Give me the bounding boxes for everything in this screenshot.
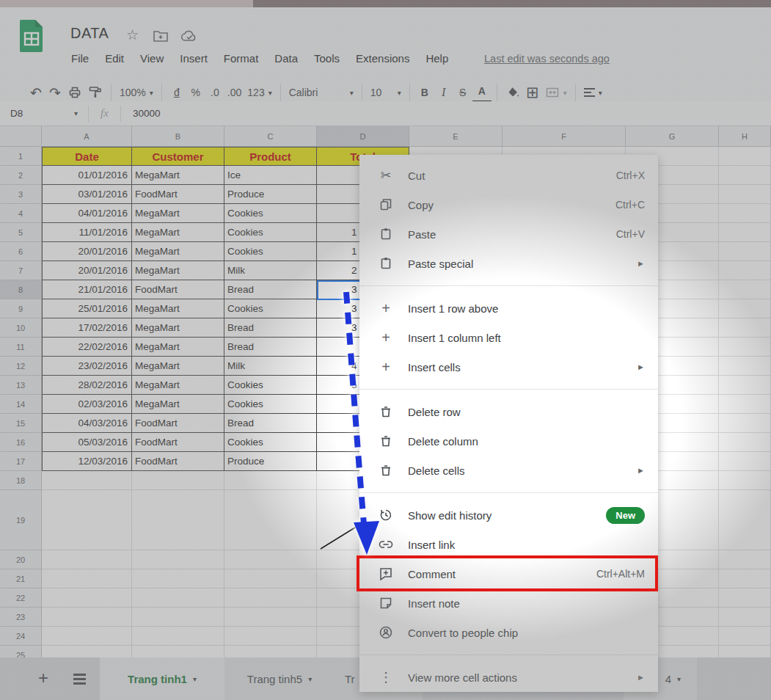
- cell-H19[interactable]: [719, 490, 771, 550]
- menu-item-insert-note[interactable]: Insert note: [359, 588, 658, 618]
- cell-B12[interactable]: MegaMart: [132, 357, 224, 376]
- cell-A23[interactable]: [42, 608, 132, 627]
- menubar-item-data[interactable]: Data: [266, 49, 306, 68]
- row-header-22[interactable]: 22: [0, 588, 42, 608]
- cell-A21[interactable]: [42, 569, 132, 588]
- cell-A14[interactable]: 02/03/2016: [42, 395, 132, 414]
- row-header-21[interactable]: 21: [0, 569, 42, 588]
- cell-C2[interactable]: Ice: [224, 166, 317, 185]
- cell-A16[interactable]: 05/03/2016: [42, 433, 132, 452]
- menubar-item-format[interactable]: Format: [216, 49, 267, 68]
- cell-H12[interactable]: [719, 357, 771, 376]
- row-header-14[interactable]: 14: [0, 395, 42, 414]
- cell-C19[interactable]: [224, 490, 317, 550]
- cell-C18[interactable]: [224, 471, 317, 490]
- font-size-select[interactable]: 10▾: [368, 82, 404, 103]
- menu-item-insert-link[interactable]: Insert link: [359, 530, 658, 559]
- row-header-13[interactable]: 13: [0, 376, 42, 395]
- menubar-item-edit[interactable]: Edit: [97, 49, 132, 68]
- sheet-tab-1[interactable]: Trang tinh1▾: [100, 657, 224, 700]
- cell-A11[interactable]: 22/02/2016: [42, 338, 132, 357]
- cell-B14[interactable]: MegaMart: [132, 395, 224, 414]
- row-header-23[interactable]: 23: [0, 608, 42, 627]
- row-header-7[interactable]: 7: [0, 261, 42, 280]
- row-header-3[interactable]: 3: [0, 185, 42, 204]
- row-header-18[interactable]: 18: [0, 471, 42, 490]
- menubar-item-insert[interactable]: Insert: [172, 49, 216, 68]
- menubar-item-tools[interactable]: Tools: [306, 49, 348, 68]
- name-box[interactable]: D8: [0, 108, 70, 119]
- move-to-folder-icon[interactable]: [153, 29, 169, 46]
- cell-B10[interactable]: MegaMart: [132, 318, 224, 338]
- tab-caret-icon[interactable]: ▾: [193, 675, 197, 683]
- cell-C9[interactable]: Cookies: [224, 299, 317, 318]
- cell-B8[interactable]: FoodMart: [132, 280, 224, 299]
- cell-A24[interactable]: [42, 627, 132, 646]
- cell-C22[interactable]: [224, 588, 317, 608]
- row-header-2[interactable]: 2: [0, 166, 42, 185]
- cell-B20[interactable]: [132, 550, 224, 569]
- cell-H15[interactable]: [719, 414, 771, 433]
- tab-caret-icon[interactable]: ▾: [677, 675, 681, 683]
- cell-C21[interactable]: [224, 569, 317, 588]
- cell-A19[interactable]: [42, 490, 132, 550]
- cell-A4[interactable]: 04/01/2016: [42, 204, 132, 223]
- paint-format-button[interactable]: [85, 82, 106, 103]
- cell-C3[interactable]: Produce: [224, 185, 317, 204]
- cell-A12[interactable]: 23/02/2016: [42, 357, 132, 376]
- cell-C16[interactable]: Cookies: [224, 433, 317, 452]
- cell-C8[interactable]: Bread: [224, 280, 317, 299]
- menu-item-insert-row-above[interactable]: +Insert 1 row above: [359, 294, 658, 323]
- menu-item-cut[interactable]: ✂CutCtrl+X: [359, 161, 658, 190]
- col-header-A[interactable]: A: [42, 126, 132, 147]
- cell-C17[interactable]: Produce: [224, 452, 317, 471]
- star-icon[interactable]: ☆: [126, 26, 139, 43]
- font-select[interactable]: Calibri▾: [286, 82, 357, 103]
- menu-item-delete-cells[interactable]: Delete cells►: [359, 456, 658, 485]
- row-header-17[interactable]: 17: [0, 452, 42, 471]
- cell-A9[interactable]: 25/01/2016: [42, 299, 132, 318]
- fill-color-button[interactable]: [503, 82, 523, 103]
- cell-C10[interactable]: Bread: [224, 318, 317, 338]
- cell-B23[interactable]: [132, 608, 224, 627]
- row-header-12[interactable]: 12: [0, 357, 42, 376]
- cell-H6[interactable]: [719, 242, 771, 261]
- last-edit-link[interactable]: Last edit was seconds ago: [484, 53, 610, 65]
- cell-H22[interactable]: [719, 588, 771, 608]
- cell-H4[interactable]: [719, 204, 771, 223]
- all-sheets-button[interactable]: [73, 674, 86, 687]
- cell-A5[interactable]: 11/01/2016: [42, 223, 132, 242]
- menubar-item-extensions[interactable]: Extensions: [348, 49, 417, 68]
- row-header-9[interactable]: 9: [0, 299, 42, 318]
- cell-A25[interactable]: [42, 646, 132, 657]
- menu-item-convert-people-chip[interactable]: Convert to people chip: [359, 618, 658, 647]
- cell-A22[interactable]: [42, 588, 132, 608]
- menu-item-delete-column[interactable]: Delete column: [359, 426, 658, 456]
- cell-H14[interactable]: [719, 395, 771, 414]
- cell-B21[interactable]: [132, 569, 224, 588]
- cell-B2[interactable]: MegaMart: [132, 166, 224, 185]
- col-header-C[interactable]: C: [224, 126, 317, 147]
- row-header-19[interactable]: 19: [0, 490, 42, 550]
- corner-select-all[interactable]: [0, 126, 42, 147]
- cell-C4[interactable]: Cookies: [224, 204, 317, 223]
- cell-H17[interactable]: [719, 452, 771, 471]
- row-header-1[interactable]: 1: [0, 147, 42, 166]
- currency-format-button[interactable]: đ: [167, 82, 186, 103]
- cell-A8[interactable]: 21/01/2016: [42, 280, 132, 299]
- cell-B18[interactable]: [132, 471, 224, 490]
- cell-B25[interactable]: [132, 646, 224, 657]
- col-header-F[interactable]: F: [503, 126, 626, 147]
- formula-input[interactable]: 30000: [133, 108, 161, 119]
- more-formats-button[interactable]: 123▾: [244, 82, 274, 103]
- cell-C1[interactable]: Product: [224, 147, 317, 166]
- menu-item-paste[interactable]: PasteCtrl+V: [359, 219, 658, 249]
- cell-H2[interactable]: [719, 166, 771, 185]
- row-header-5[interactable]: 5: [0, 223, 42, 242]
- menu-item-view-more-cell-actions[interactable]: ⋮View more cell actions►: [359, 663, 658, 692]
- menu-item-delete-row[interactable]: Delete row: [359, 397, 658, 426]
- cell-C5[interactable]: Cookies: [224, 223, 317, 242]
- cell-B17[interactable]: FoodMart: [132, 452, 224, 471]
- cell-H7[interactable]: [719, 261, 771, 280]
- cell-H13[interactable]: [719, 376, 771, 395]
